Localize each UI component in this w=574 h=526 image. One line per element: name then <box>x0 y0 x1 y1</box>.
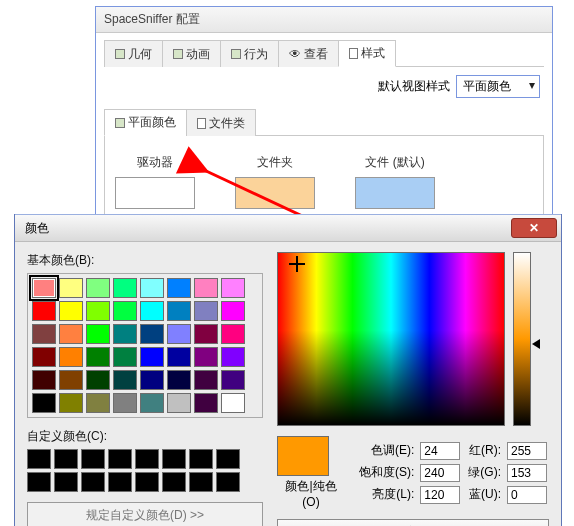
basic-color-cell[interactable] <box>167 370 191 390</box>
swatch-file[interactable] <box>355 177 435 209</box>
custom-color-cell[interactable] <box>81 449 105 469</box>
basic-color-cell[interactable] <box>113 347 137 367</box>
basic-color-cell[interactable] <box>113 301 137 321</box>
basic-color-cell[interactable] <box>221 370 245 390</box>
basic-color-cell[interactable] <box>32 370 56 390</box>
custom-color-cell[interactable] <box>189 472 213 492</box>
basic-color-cell[interactable] <box>140 347 164 367</box>
luminance-arrow-icon[interactable] <box>532 339 540 349</box>
basic-color-cell[interactable] <box>59 278 83 298</box>
basic-color-cell[interactable] <box>194 324 218 344</box>
basic-color-cell[interactable] <box>140 301 164 321</box>
sat-field[interactable] <box>420 464 460 482</box>
custom-color-cell[interactable] <box>108 472 132 492</box>
red-field[interactable] <box>507 442 547 460</box>
basic-color-cell[interactable] <box>86 301 110 321</box>
picker-body: 基本颜色(B): 自定义颜色(C): 规定自定义颜色(D) >> 确定 取消 <box>15 242 561 526</box>
spectrum-crosshair[interactable] <box>292 259 302 269</box>
new-color-block: 颜色|纯色(O) <box>277 436 345 509</box>
basic-color-cell[interactable] <box>140 278 164 298</box>
add-to-custom-button[interactable]: 添加到自定义颜色(A) <box>277 519 549 526</box>
basic-color-cell[interactable] <box>113 393 137 413</box>
basic-color-cell[interactable] <box>221 324 245 344</box>
behavior-icon <box>231 49 241 59</box>
custom-color-cell[interactable] <box>27 449 51 469</box>
close-button[interactable]: ✕ <box>511 218 557 238</box>
custom-color-cell[interactable] <box>162 449 186 469</box>
swatch-folder[interactable] <box>235 177 315 209</box>
basic-color-cell[interactable] <box>86 370 110 390</box>
basic-color-cell[interactable] <box>167 347 191 367</box>
basic-color-cell[interactable] <box>167 301 191 321</box>
define-custom-button[interactable]: 规定自定义颜色(D) >> <box>27 502 263 526</box>
swatch-drive[interactable] <box>115 177 195 209</box>
green-field[interactable] <box>507 464 547 482</box>
basic-color-cell[interactable] <box>32 278 56 298</box>
basic-color-cell[interactable] <box>140 324 164 344</box>
blue-field[interactable] <box>507 486 547 504</box>
basic-color-cell[interactable] <box>167 393 191 413</box>
basic-color-cell[interactable] <box>59 393 83 413</box>
basic-color-cell[interactable] <box>113 324 137 344</box>
custom-color-cell[interactable] <box>189 449 213 469</box>
basic-color-cell[interactable] <box>32 347 56 367</box>
config-window-title: SpaceSniffer 配置 <box>96 7 552 33</box>
luminance-bar[interactable] <box>513 252 531 426</box>
hue-field[interactable] <box>420 442 460 460</box>
custom-color-cell[interactable] <box>135 472 159 492</box>
swatch-label-file: 文件 (默认) <box>355 154 435 171</box>
color-picker-dialog: 颜色 ✕ 基本颜色(B): 自定义颜色(C): 规定自定义颜色(D) >> 确定… <box>14 214 562 526</box>
basic-color-cell[interactable] <box>32 324 56 344</box>
basic-color-cell[interactable] <box>59 370 83 390</box>
basic-color-cell[interactable] <box>86 347 110 367</box>
tab-geometry[interactable]: 几何 <box>104 40 163 67</box>
custom-color-cell[interactable] <box>108 449 132 469</box>
basic-color-cell[interactable] <box>59 347 83 367</box>
basic-color-cell[interactable] <box>32 301 56 321</box>
custom-color-cell[interactable] <box>54 449 78 469</box>
tab-style[interactable]: 样式 <box>338 40 396 67</box>
basic-color-cell[interactable] <box>221 347 245 367</box>
basic-color-cell[interactable] <box>194 278 218 298</box>
subtab-file-type[interactable]: 文件类 <box>186 109 256 136</box>
custom-color-cell[interactable] <box>81 472 105 492</box>
picker-title: 颜色 <box>25 220 49 237</box>
basic-color-cell[interactable] <box>59 324 83 344</box>
basic-color-cell[interactable] <box>167 278 191 298</box>
custom-color-cell[interactable] <box>216 472 240 492</box>
basic-color-cell[interactable] <box>167 324 191 344</box>
basic-color-cell[interactable] <box>86 278 110 298</box>
basic-color-cell[interactable] <box>59 301 83 321</box>
lum-field[interactable] <box>420 486 460 504</box>
basic-color-cell[interactable] <box>194 347 218 367</box>
basic-color-cell[interactable] <box>140 370 164 390</box>
picker-titlebar[interactable]: 颜色 ✕ <box>15 214 561 242</box>
main-tabbar: 几何 动画 行为 👁查看 样式 <box>104 39 544 67</box>
tab-behavior[interactable]: 行为 <box>220 40 279 67</box>
default-style-combo[interactable]: 平面颜色 <box>456 75 540 98</box>
tab-animation[interactable]: 动画 <box>162 40 221 67</box>
basic-color-cell[interactable] <box>86 393 110 413</box>
basic-color-cell[interactable] <box>32 393 56 413</box>
basic-color-cell[interactable] <box>113 370 137 390</box>
custom-color-cell[interactable] <box>27 472 51 492</box>
custom-color-cell[interactable] <box>135 449 159 469</box>
color-spectrum[interactable] <box>277 252 505 426</box>
hue-label: 色调(E): <box>359 442 414 459</box>
basic-color-cell[interactable] <box>113 278 137 298</box>
custom-color-cell[interactable] <box>54 472 78 492</box>
basic-color-cell[interactable] <box>194 301 218 321</box>
swatch-col-file: 文件 (默认) <box>355 154 435 209</box>
basic-color-cell[interactable] <box>221 301 245 321</box>
basic-color-cell[interactable] <box>140 393 164 413</box>
basic-color-cell[interactable] <box>221 393 245 413</box>
animation-icon <box>173 49 183 59</box>
basic-color-cell[interactable] <box>86 324 110 344</box>
basic-color-cell[interactable] <box>194 370 218 390</box>
custom-color-cell[interactable] <box>162 472 186 492</box>
subtab-flat-color[interactable]: 平面颜色 <box>104 109 187 136</box>
basic-color-cell[interactable] <box>221 278 245 298</box>
tab-view[interactable]: 👁查看 <box>278 40 339 67</box>
custom-color-cell[interactable] <box>216 449 240 469</box>
basic-color-cell[interactable] <box>194 393 218 413</box>
